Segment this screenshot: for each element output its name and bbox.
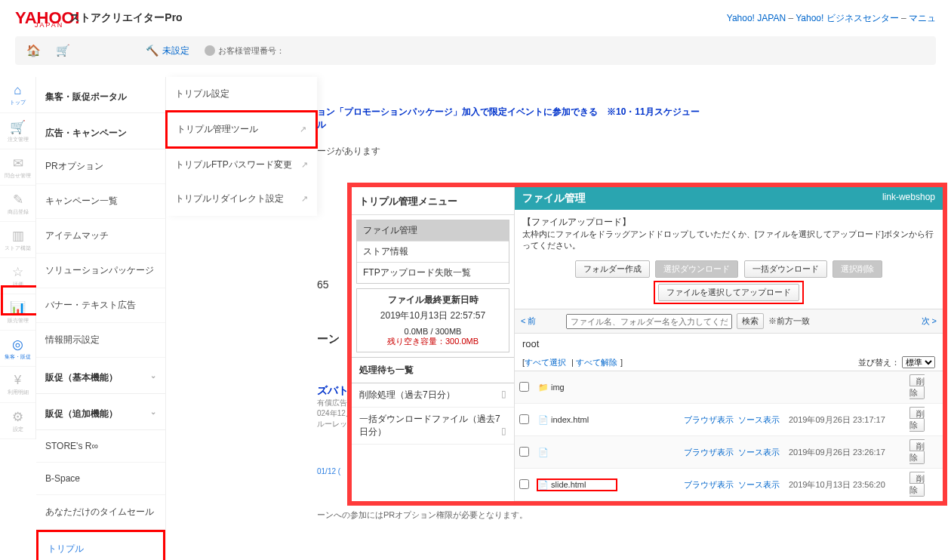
- row-checkbox[interactable]: [519, 414, 529, 424]
- overlay-menu: ファイル管理 ストア情報 FTPアップロード失敗一覧: [356, 220, 509, 284]
- rail-販売管理[interactable]: 📊販売管理: [0, 294, 35, 331]
- upload-description: 【ファイルアップロード】 太枠内にファイルをドラッグアンドドロップしていただくか…: [515, 210, 943, 257]
- nav3-triple-tool[interactable]: トリプル管理ツール↗: [165, 110, 318, 149]
- nav-あなただけのタイムセール[interactable]: あなただけのタイムセール: [36, 495, 165, 530]
- external-icon: ↗: [301, 160, 308, 170]
- nav-B-Space[interactable]: B-Space: [36, 463, 165, 495]
- bg-note: ーンへの参加にはPRオプション権限が必要となります。: [317, 509, 528, 521]
- file-manager-overlay: トリプル管理メニュー ファイル管理 ストア情報 FTPアップロード失敗一覧 ファ…: [347, 183, 947, 506]
- btn-create-folder[interactable]: フォルダー作成: [575, 260, 650, 278]
- nav-アイテムマッチ[interactable]: アイテムマッチ: [36, 219, 165, 254]
- rail-集客・販促[interactable]: ◎集客・販促: [0, 331, 35, 367]
- group-add[interactable]: 販促（追加機能）⌄: [36, 394, 165, 430]
- topbar: 🏠 🛒 🔨 未設定 お客様管理番号：: [15, 36, 936, 65]
- btn-search[interactable]: 検索: [737, 313, 764, 329]
- cart-icon[interactable]: 🛒: [56, 44, 70, 57]
- link-business-center[interactable]: Yahoo! ビジネスセンター: [796, 13, 898, 23]
- rail-問合せ管理[interactable]: ✉問合せ管理: [0, 149, 35, 186]
- btn-delete[interactable]: 削除: [909, 407, 925, 432]
- link-source[interactable]: ソース表示: [738, 415, 780, 424]
- deselect-all[interactable]: すべて解除: [576, 358, 617, 367]
- rail-icon: ☆: [12, 264, 23, 280]
- nav-キャンペーン一覧[interactable]: キャンペーン一覧: [36, 184, 165, 219]
- link-yahoo-japan[interactable]: Yahoo! JAPAN: [727, 13, 786, 23]
- btn-sel-delete: 選択削除: [833, 260, 882, 278]
- customer-number-label: お客様管理番号：: [205, 45, 285, 57]
- nav-prev[interactable]: < 前: [521, 315, 536, 327]
- link-browse[interactable]: ブラウザ表示: [684, 448, 734, 457]
- search-input[interactable]: [566, 314, 732, 329]
- select-all[interactable]: すべて選択: [525, 358, 566, 367]
- btn-sel-download: 選択ダウンロード: [655, 260, 738, 278]
- file-icon: 📄: [538, 415, 549, 424]
- nav-column-3: トリプル設定 トリプル管理ツール↗ トリプルFTPパスワード変更↗ トリプルリダ…: [166, 77, 317, 216]
- nav-STORE's R∞[interactable]: STORE's R∞: [36, 430, 165, 463]
- menu-file-manage[interactable]: ファイル管理: [357, 220, 509, 242]
- nav-next[interactable]: 次 >: [922, 315, 937, 327]
- store-icon[interactable]: 🏠: [26, 44, 41, 57]
- queue-delete[interactable]: 削除処理（過去7日分）▯: [352, 383, 514, 408]
- external-icon: ↗: [301, 194, 308, 204]
- nav-バナー・テキスト広告[interactable]: バナー・テキスト広告: [36, 288, 165, 323]
- btn-bulk-download[interactable]: 一括ダウンロード: [744, 260, 827, 278]
- bg-msg: ージがあります: [317, 145, 702, 158]
- file-name[interactable]: 📁img: [534, 371, 679, 404]
- rail-利用明細[interactable]: ¥利用明細: [0, 367, 35, 403]
- link-source[interactable]: ソース表示: [738, 480, 780, 489]
- nav-column-2: 集客・販促ポータル 広告・キャンペーン PRオプションキャンペーン一覧アイテムマ…: [36, 77, 166, 560]
- table-row: 📄slide.htmlブラウザ表示 ソース表示2019年10月13日 23:56…: [515, 469, 943, 501]
- nav3-redirect[interactable]: トリプルリダイレクト設定↗: [166, 182, 317, 216]
- btn-upload[interactable]: ファイルを選択してアップロード: [658, 284, 799, 301]
- menu-store-info[interactable]: ストア情報: [357, 242, 509, 263]
- nav-PRオプション[interactable]: PRオプション: [36, 149, 165, 184]
- file-name[interactable]: 📄: [534, 436, 679, 469]
- button-row: フォルダー作成 選択ダウンロード 一括ダウンロード 選択削除: [515, 257, 943, 279]
- icon-rail: ⌂トップ🛒注文管理✉問合せ管理✎商品登録▥ストア構築☆評価📊販売管理◎集客・販促…: [0, 77, 36, 439]
- rail-評価[interactable]: ☆評価: [0, 258, 35, 294]
- nav-ソリューションパッケージ[interactable]: ソリューションパッケージ: [36, 254, 165, 288]
- overlay-title: ファイル管理: [522, 192, 586, 205]
- menu-ftp-fail[interactable]: FTPアップロード失敗一覧: [357, 263, 509, 283]
- highlight-box-upload: ファイルを選択してアップロード: [654, 281, 804, 304]
- shop-name: link-webshop: [882, 192, 935, 205]
- group-basic[interactable]: 販促（基本機能）⌄: [36, 358, 165, 394]
- queue-download[interactable]: 一括ダウンロードファイル（過去7日分）▯: [352, 408, 514, 445]
- row-checkbox[interactable]: [519, 447, 529, 457]
- last-update-date: 2019年10月13日 22:57:57: [362, 309, 504, 322]
- chevron-down-icon: ⌄: [150, 371, 156, 380]
- group-portal[interactable]: 集客・販促ポータル: [36, 77, 165, 113]
- rail-注文管理[interactable]: 🛒注文管理: [0, 113, 35, 149]
- rail-icon: ¥: [14, 373, 21, 388]
- link-source[interactable]: ソース表示: [738, 448, 780, 457]
- nav3-triple-settings[interactable]: トリプル設定: [166, 77, 317, 111]
- rail-設定[interactable]: ⚙設定: [0, 403, 35, 439]
- nav-トリプル[interactable]: トリプル: [38, 532, 163, 560]
- btn-delete[interactable]: 削除: [909, 472, 925, 497]
- queue-block: 処理待ち一覧 削除処理（過去7日分）▯ 一括ダウンロードファイル（過去7日分）▯: [352, 357, 514, 445]
- rail-商品登録[interactable]: ✎商品登録: [0, 186, 35, 222]
- file-name[interactable]: 📄slide.html: [534, 469, 679, 501]
- link-manual[interactable]: マニュ: [909, 13, 936, 23]
- product-title: ストアクリエイターPro: [69, 11, 182, 25]
- link-browse[interactable]: ブラウザ表示: [684, 415, 734, 424]
- last-update-block: ファイル最終更新日時 2019年10月13日 22:57:57 0.0MB / …: [356, 288, 509, 352]
- last-update-title: ファイル最終更新日時: [362, 294, 504, 306]
- btn-delete[interactable]: 削除: [909, 439, 925, 464]
- rail-ストア構築[interactable]: ▥ストア構築: [0, 222, 35, 258]
- person-icon: [205, 45, 215, 56]
- header: YAHOO! JAPAN ストアクリエイターPro Yahoo! JAPAN –…: [0, 0, 951, 32]
- nav3-ftp-password[interactable]: トリプルFTPパスワード変更↗: [166, 148, 317, 182]
- overlay-title-bar: ファイル管理 link-webshop: [515, 187, 943, 210]
- overlay-left-title: トリプル管理メニュー: [352, 187, 514, 215]
- unset-link[interactable]: 未設定: [162, 45, 189, 57]
- sort-select[interactable]: 標準: [902, 356, 935, 368]
- rail-icon: ◎: [12, 337, 23, 352]
- nav-情報開示設定[interactable]: 情報開示設定: [36, 323, 165, 358]
- rail-トップ[interactable]: ⌂トップ: [0, 77, 35, 113]
- link-browse[interactable]: ブラウザ表示: [684, 480, 734, 489]
- row-checkbox[interactable]: [519, 382, 529, 392]
- row-checkbox[interactable]: [519, 479, 529, 489]
- promo-banner[interactable]: ョン「プロモーションパッケージ」加入で限定イベントに参加できる ※10・11月ス…: [317, 106, 702, 131]
- file-name[interactable]: 📄index.html: [534, 404, 679, 436]
- btn-delete[interactable]: 削除: [909, 374, 925, 399]
